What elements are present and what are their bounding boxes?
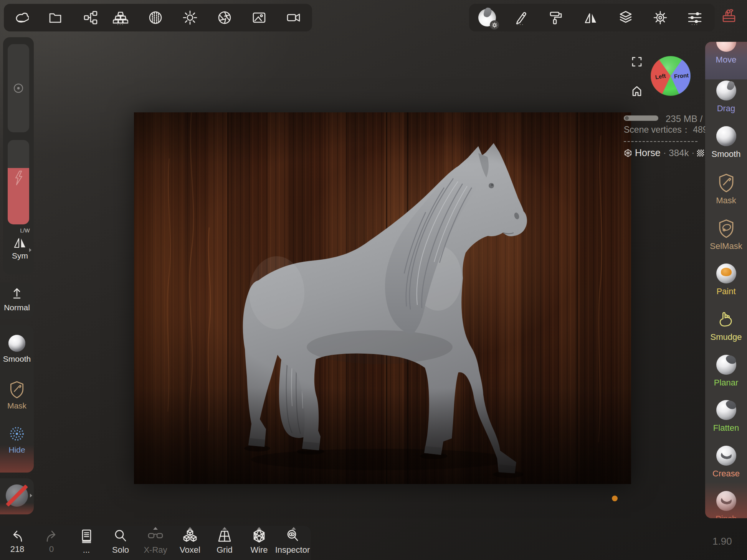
- paint-label: Paint: [716, 287, 735, 296]
- notification-dot: [612, 496, 618, 501]
- hide-dotted-sphere-icon: [8, 425, 26, 443]
- tool-smudge[interactable]: Smudge: [705, 309, 747, 342]
- mask-shield-icon: [8, 380, 26, 399]
- home-button[interactable]: [631, 85, 643, 96]
- notes-more-dots: ...: [83, 545, 90, 555]
- solo-button[interactable]: Solo: [108, 529, 133, 555]
- sliders-more-dots: ...: [687, 21, 702, 25]
- move-tool-icon: [716, 42, 736, 52]
- smudge-label: Smudge: [711, 332, 742, 342]
- video-camera-icon[interactable]: [286, 10, 301, 25]
- aperture-icon[interactable]: [217, 10, 232, 25]
- tool-sidebar: Move Drag Smooth Mask SelMask Paint Smud…: [705, 42, 747, 518]
- node-graph-icon[interactable]: [83, 10, 98, 25]
- stroke-mode-panel: Normal: [0, 283, 34, 319]
- topology-more-dots: ...: [113, 21, 128, 25]
- material-matcap-button[interactable]: [478, 9, 496, 26]
- quick-tools-panel: Smooth Mask Hide: [0, 325, 34, 473]
- tool-selmask[interactable]: SelMask: [705, 218, 747, 251]
- drag-tool-icon: [716, 81, 736, 100]
- orientation-gizmo[interactable]: Left Front: [650, 56, 691, 96]
- mask-label: Mask: [716, 196, 736, 206]
- undo-count: 218: [10, 544, 25, 554]
- xray-button[interactable]: X-Ray: [143, 529, 168, 555]
- topology-pyramid-icon[interactable]: ...: [113, 10, 128, 25]
- scene-vertices-label: Scene vertices：: [624, 125, 691, 135]
- flatten-label: Flatten: [713, 423, 739, 433]
- wire-menu-caret[interactable]: [257, 527, 261, 530]
- paint-roller-icon[interactable]: [548, 10, 564, 25]
- xray-label: X-Ray: [144, 545, 167, 555]
- quick-tool-hide[interactable]: Hide: [0, 425, 34, 455]
- planar-tool-icon: [716, 355, 736, 375]
- mask-tool-icon: [717, 173, 736, 193]
- normal-arrow-icon: [10, 287, 24, 300]
- wire-button[interactable]: Wire: [247, 529, 271, 555]
- settings-gear-icon[interactable]: [653, 10, 668, 25]
- bottom-toolbar: 218 0 ... Solo X-Ray Voxel Grid Wire: [0, 526, 311, 560]
- app-logo-icon[interactable]: [13, 10, 29, 25]
- layers-icon[interactable]: [618, 10, 633, 25]
- quick-tool-smooth[interactable]: Smooth: [0, 335, 34, 364]
- folder-icon[interactable]: [48, 10, 63, 25]
- pinch-label: Pinch: [716, 514, 737, 518]
- drag-label: Drag: [717, 104, 735, 114]
- quick-tool-mask[interactable]: Mask: [0, 380, 34, 410]
- selmask-tool-icon: [717, 218, 736, 238]
- object-separator-dot: ·: [691, 148, 694, 158]
- notes-button[interactable]: ...: [74, 529, 99, 555]
- scene-object-row[interactable]: Horse · 384k ·: [624, 147, 704, 158]
- normal-label: Normal: [4, 303, 30, 312]
- brush-pencil-icon[interactable]: ...: [513, 10, 528, 25]
- tool-crease[interactable]: Crease: [705, 446, 747, 479]
- tool-pinch[interactable]: Pinch: [705, 491, 747, 518]
- viewport-canvas[interactable]: [134, 112, 631, 484]
- tool-paint[interactable]: Paint: [705, 264, 747, 296]
- smudge-tool-icon: [716, 309, 736, 329]
- inspector-menu-caret[interactable]: [291, 527, 296, 530]
- grid-button[interactable]: Grid: [212, 529, 237, 555]
- mirror-symmetry-icon[interactable]: [583, 10, 598, 25]
- tool-flatten[interactable]: Flatten: [705, 400, 747, 433]
- fullscreen-button[interactable]: [631, 56, 642, 67]
- xray-menu-caret[interactable]: [153, 527, 158, 530]
- intensity-slider[interactable]: [8, 140, 29, 224]
- symmetry-expand-caret[interactable]: [29, 248, 31, 252]
- tool-move[interactable]: Move: [705, 42, 747, 65]
- toolbox-debug-icon[interactable]: [720, 7, 738, 25]
- tool-drag[interactable]: Drag: [705, 81, 747, 114]
- tool-smooth[interactable]: Smooth: [705, 126, 747, 159]
- slashed-sphere-icon: [6, 484, 28, 507]
- matcap-stripes-icon[interactable]: [148, 10, 163, 25]
- radius-slider[interactable]: [8, 44, 29, 132]
- matcap-expand-caret[interactable]: [30, 494, 32, 497]
- quick-smooth-label: Smooth: [3, 354, 31, 364]
- grid-label: Grid: [216, 545, 233, 555]
- left-slider-panel: L/W Sym: [3, 37, 34, 274]
- memory-progress-bar: [624, 115, 658, 121]
- solo-label: Solo: [112, 545, 129, 555]
- undo-button[interactable]: 218: [5, 529, 30, 554]
- matcap-sphere-icon: [478, 9, 496, 26]
- inspector-label: Inspector: [275, 545, 310, 555]
- matcap-gear-badge[interactable]: [490, 20, 499, 30]
- normal-mode-button[interactable]: Normal: [0, 287, 34, 312]
- symmetry-button[interactable]: L/W Sym: [3, 227, 37, 260]
- grid-menu-caret[interactable]: [222, 527, 227, 530]
- redo-button[interactable]: 0: [39, 529, 64, 554]
- quick-hide-label: Hide: [8, 445, 25, 455]
- flatten-tool-icon: [716, 400, 736, 420]
- lighting-sun-icon[interactable]: [182, 10, 198, 25]
- wire-label: Wire: [250, 545, 268, 555]
- background-image-icon[interactable]: [251, 10, 267, 25]
- filter-sliders-icon[interactable]: ...: [687, 10, 702, 25]
- no-matcap-button[interactable]: [0, 484, 34, 507]
- voxel-button[interactable]: Voxel: [178, 529, 202, 555]
- tool-planar[interactable]: Planar: [705, 355, 747, 388]
- paint-tool-icon: [716, 264, 736, 283]
- voxel-menu-caret[interactable]: [188, 527, 192, 530]
- inspector-button[interactable]: Inspector: [280, 529, 305, 555]
- smooth-sphere-icon: [8, 335, 25, 352]
- planar-label: Planar: [714, 378, 739, 388]
- tool-mask[interactable]: Mask: [705, 173, 747, 206]
